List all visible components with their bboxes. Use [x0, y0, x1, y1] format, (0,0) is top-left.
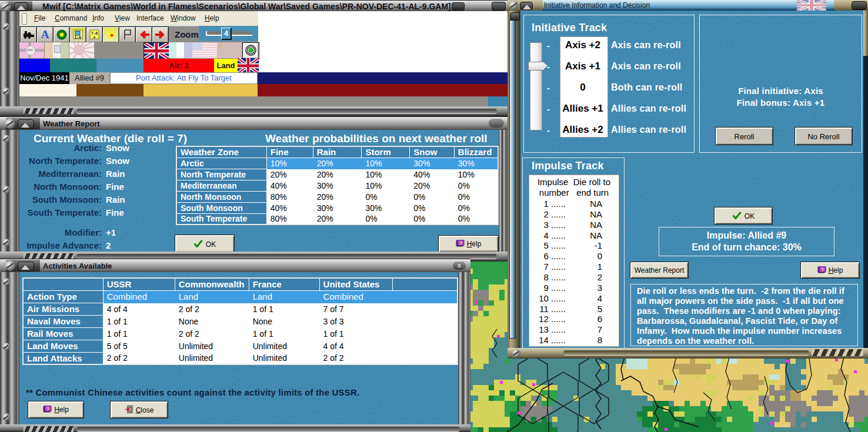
svg-text:▾: ▾ — [93, 35, 95, 39]
svg-text:1-4: 1-4 — [74, 35, 81, 40]
svg-text:?: ? — [459, 240, 462, 246]
svg-text:?: ? — [46, 406, 50, 412]
svg-text:?: ? — [820, 266, 824, 272]
